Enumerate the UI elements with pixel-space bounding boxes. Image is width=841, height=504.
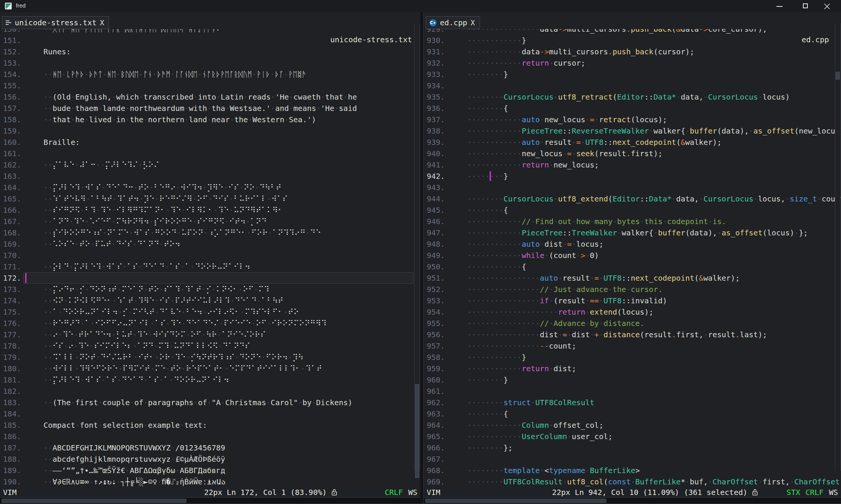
code-line[interactable]: 187.··ABCDEFGHIJKLMNOPQRSTUVWXYZ·/012345… bbox=[0, 442, 420, 453]
code-line[interactable]: 953.················if·(result·==·UTF8::… bbox=[424, 295, 841, 306]
horizontal-scrollbar-right[interactable] bbox=[424, 497, 841, 504]
code-line[interactable]: 958.············} bbox=[424, 352, 841, 363]
code-line[interactable]: 956.················dist·=·dist·+·distan… bbox=[424, 329, 841, 340]
code-line[interactable]: 176.··⠗⠑⠛⠜⠙·⠁·⠊⠕⠋⠋⠔⠤⠝⠁⠊⠇·⠁⠎·⠹⠑·⠙⠑⠁⠙⠑⠌·⠏⠊… bbox=[0, 318, 420, 329]
code-line[interactable]: 160.Braille: bbox=[0, 137, 420, 148]
horizontal-scrollbar-thumb[interactable] bbox=[2, 499, 186, 503]
code-line[interactable]: 157.··bude·thaem·lande·northweardum·with… bbox=[0, 103, 420, 114]
code-line[interactable]: 154.··ᚻᛖ·ᚳᚹᚫᚦ·ᚦᚫᛏ·ᚻᛖ·ᛒᚢᛞᛖ·ᚩᚾ·ᚦᚫᛗ·ᛚᚪᚾᛞᛖ·ᚾ… bbox=[0, 69, 420, 80]
code-line[interactable]: 968.········template·<typename·BufferLik… bbox=[424, 465, 841, 476]
code-line[interactable]: 952.················//·Just·advance·the·… bbox=[424, 284, 841, 295]
minimize-button[interactable] bbox=[771, 0, 788, 12]
code-line[interactable]: 163. bbox=[0, 171, 420, 182]
text-buffer-right[interactable]: 929.················data->multi_cursors.… bbox=[424, 12, 841, 487]
vertical-scrollbar-thumb[interactable] bbox=[836, 72, 840, 80]
pane-divider[interactable] bbox=[420, 12, 423, 504]
code-line[interactable]: 942.········} bbox=[424, 171, 841, 182]
code-line[interactable]: 941.············return·new_locus; bbox=[424, 159, 841, 171]
code-line[interactable]: 935.········CursorLocus·utf8_retract(Edi… bbox=[424, 91, 841, 103]
code-line[interactable]: 932.············return·cursor; bbox=[424, 57, 841, 69]
code-line[interactable]: 159. bbox=[0, 125, 420, 137]
code-line[interactable]: 955.················//·Advance·by·distan… bbox=[424, 318, 841, 329]
code-line[interactable]: 189.··–—‘“”„†•…‰™œŠŸž€·ΑΒΓΔΩαβγδω·АБВГДа… bbox=[0, 465, 420, 476]
tab-unicode-stress[interactable]: unicode-stress.txt X bbox=[2, 16, 109, 29]
code-line[interactable]: 964.············Column·offset_col; bbox=[424, 419, 841, 431]
code-line[interactable]: 181.··⡍⠜⠇⠑⠹·⠺⠁⠎·⠁⠎·⠙⠑⠁⠙·⠁⠎·⠁·⠙⠕⠕⠗⠤⠝⠁⠊⠇⠲ bbox=[0, 374, 420, 386]
code-line[interactable]: 161. bbox=[0, 148, 420, 159]
tab-close-icon[interactable]: X bbox=[100, 18, 104, 27]
code-line[interactable]: 939.············auto·result·=·UTF8::next… bbox=[424, 137, 841, 148]
code-line[interactable]: 937.············auto·new_locus·=·retract… bbox=[424, 114, 841, 125]
vertical-scrollbar-right[interactable] bbox=[835, 23, 841, 471]
code-line[interactable]: 170. bbox=[0, 250, 420, 261]
code-line[interactable]: 153. bbox=[0, 57, 420, 69]
code-line[interactable]: 949.············while·(count·>·0) bbox=[424, 250, 841, 261]
horizontal-scrollbar-thumb[interactable] bbox=[425, 499, 606, 503]
lock-icon[interactable] bbox=[331, 489, 337, 496]
code-line[interactable]: 938.············PieceTree::ReverseTreeWa… bbox=[424, 125, 841, 137]
code-line[interactable]: 963.········{ bbox=[424, 408, 841, 419]
horizontal-scrollbar-left[interactable] bbox=[0, 497, 420, 504]
vertical-scrollbar-left[interactable] bbox=[414, 23, 420, 471]
code-line[interactable]: 183.··(The·first·couple·of·paragraphs·of… bbox=[0, 397, 420, 408]
code-line[interactable]: 969.········UTF8ColResult·utf8_col(const… bbox=[424, 476, 841, 487]
text-buffer-left[interactable]: 150.··ᚷᛁᚠ᛫ᚻᛖ᛫ᚹᛁᛚᛖ᛫ᚠᚩᚱ᛫ᛞᚱᛁᚻᛏᚾᛖ᛫ᛞᚩᛗᛖᛋ᛫ᚻᛚᛇᛏ… bbox=[0, 12, 420, 487]
code-line[interactable]: 168.··⡎⠊⠗⠕⠕⠛⠑⠰⠎·⠝⠁⠍⠑·⠺⠁⠎·⠛⠕⠕⠙·⠥⠏⠕⠝·⠰⡡⠁⠝⠛… bbox=[0, 227, 420, 238]
code-line[interactable]: 177.··⠔·⠹⠑·⠞⠗⠁⠙⠑⠲·⡃⠥⠞·⠹⠑·⠺⠊⠎⠙⠕⠍·⠕⠋·⠳⠗·⠁⠝… bbox=[0, 329, 420, 340]
code-line[interactable]: 943. bbox=[424, 182, 841, 193]
code-line[interactable]: 951.················auto·result·=·UTF8::… bbox=[424, 272, 841, 284]
code-line[interactable]: 172. bbox=[0, 272, 420, 284]
code-line[interactable]: 184. bbox=[0, 408, 420, 419]
code-line[interactable]: 959.············return·dist; bbox=[424, 363, 841, 374]
code-line[interactable]: 167.··⠁⠝⠙·⠹⠑·⠡⠊⠑⠋·⠍⠳⠗⠝⠻⠲·⡎⠊⠗⠕⠕⠛⠑·⠎⠊⠛⠝⠫·⠊… bbox=[0, 216, 420, 227]
maximize-button[interactable] bbox=[797, 0, 815, 12]
code-line[interactable]: 962.········struct·UTF8ColResult bbox=[424, 397, 841, 408]
whitespace-dots: · bbox=[85, 217, 89, 226]
code-line[interactable]: 182. bbox=[0, 386, 420, 397]
code-line[interactable]: 945.········{ bbox=[424, 204, 841, 216]
code-line[interactable]: 175.··⠁·⠙⠕⠕⠗⠤⠝⠁⠊⠇⠲·⡊·⠍⠊⠣⠞·⠙⠁⠧⠑·⠃⠑⠲·⠔⠊⠇⠔⠫… bbox=[0, 306, 420, 318]
code-line[interactable]: 186. bbox=[0, 431, 420, 442]
code-line[interactable]: 185.Compact·font·selection·example·text: bbox=[0, 419, 420, 431]
code-line[interactable]: 169.··⠡⠕⠎⠑·⠞⠕·⠏⠥⠞·⠙⠊⠎·⠙⠁⠝⠙·⠞⠕⠲ bbox=[0, 238, 420, 250]
tab-ed-cpp[interactable]: C+ ed.cpp X bbox=[426, 16, 480, 29]
code-line[interactable]: 165.··⠱⠁⠞⠑⠧⠻·⠁⠃⠳⠞·⠹⠁⠞⠲·⡹⠑·⠗⠑⠛⠊⠌⠻·⠕⠋·⠙⠊⠎·… bbox=[0, 193, 420, 204]
code-line[interactable]: 944.········CursorLocus·utf8_extend(Edit… bbox=[424, 193, 841, 204]
code-line[interactable]: 179.··⠩⠁⠇⠇·⠝⠕⠞·⠙⠊⠌⠥⠗⠃·⠊⠞⠂·⠕⠗·⠹⠑·⡊⠳⠝⠞⠗⠹⠰⠎… bbox=[0, 352, 420, 363]
code-line[interactable]: 166.··⠎⠊⠛⠝⠫·⠃⠹·⠹⠑·⠊⠇⠻⠛⠹⠍⠁⠝⠂·⠹⠑·⠊⠇⠻⠅⠂·⠹⠑·… bbox=[0, 204, 420, 216]
code-line[interactable]: 965.············UserColumn·user_col; bbox=[424, 431, 841, 442]
code-line[interactable]: 947.············PieceTree::TreeWalker·wa… bbox=[424, 227, 841, 238]
code-line[interactable]: 966.········}; bbox=[424, 442, 841, 453]
tab-close-icon[interactable]: X bbox=[470, 18, 475, 27]
code-line[interactable]: 936.········{ bbox=[424, 103, 841, 114]
code-line[interactable]: 948.············auto·dist·=·locus; bbox=[424, 238, 841, 250]
code-line[interactable]: 164.··⡍⠜⠇⠑⠹·⠺⠁⠎·⠙⠑⠁⠙⠒·⠞⠕·⠃⠑⠛⠔·⠺⠊⠹⠲·⡹⠻⠑·⠊… bbox=[0, 182, 420, 193]
code-line[interactable]: 967. bbox=[424, 453, 841, 465]
code-line[interactable]: 957.················--count; bbox=[424, 340, 841, 352]
lock-icon[interactable] bbox=[752, 489, 758, 496]
code-line[interactable]: 158.··that·he·lived·in·the·northern·land… bbox=[0, 114, 420, 125]
code-line[interactable]: 940.············new_locus·=·seek(result.… bbox=[424, 148, 841, 159]
code-line[interactable]: 171.··⡕⠇⠙·⡍⠜⠇⠑⠹·⠺⠁⠎·⠁⠎·⠙⠑⠁⠙·⠁⠎·⠁·⠙⠕⠕⠗⠤⠝⠁… bbox=[0, 261, 420, 272]
code-line[interactable]: 155. bbox=[0, 80, 420, 91]
close-button[interactable] bbox=[818, 0, 836, 12]
code-line[interactable]: 930.············} bbox=[424, 35, 841, 46]
code-line[interactable]: 156.··(Old·English,·which·transcribed·in… bbox=[0, 91, 420, 103]
code-line[interactable]: 954.····················return·extend(lo… bbox=[424, 306, 841, 318]
code-line[interactable]: 931.············data->multi_cursors.push… bbox=[424, 46, 841, 57]
code-line[interactable]: 180.··⠺⠊⠇⠇·⠹⠻⠑⠋⠕⠗⠑·⠏⠻⠍⠊⠞·⠍⠑·⠞⠕·⠗⠑⠏⠑⠁⠞⠂·⠑… bbox=[0, 363, 420, 374]
code-line[interactable]: 946.············//·Find·out·how·many·byt… bbox=[424, 216, 841, 227]
vertical-scrollbar-thumb[interactable] bbox=[415, 384, 419, 478]
code-line[interactable]: 933.········} bbox=[424, 69, 841, 80]
code-line[interactable]: 173.··⡍⠔⠙⠖·⡊·⠙⠕⠝⠰⠞·⠍⠑⠁⠝·⠞⠕·⠎⠁⠹·⠹⠁⠞·⡊·⠅⠝⠪… bbox=[0, 284, 420, 295]
code-line[interactable]: 960.········} bbox=[424, 374, 841, 386]
code-line[interactable]: 188.··abcdefghijklmnopqrstuvwxyz·£©µÀÆÖÞ… bbox=[0, 453, 420, 465]
code-line[interactable]: 950.············{ bbox=[424, 261, 841, 272]
code-line[interactable]: 178.··⠊⠎·⠔·⠹⠑·⠎⠊⠍⠊⠇⠑⠆·⠁⠝⠙·⠍⠹·⠥⠝⠙⠁⠇⠇⠪⠫·⠙⠁… bbox=[0, 340, 420, 352]
code-line[interactable]: 162.··⡌⠁⠧⠑·⠼⠁⠒··⡍⠜⠇⠑⠹⠌·⡣⠕⠌ bbox=[0, 159, 420, 171]
code-line[interactable]: 934. bbox=[424, 80, 841, 91]
code-line[interactable]: 961. bbox=[424, 386, 841, 397]
code-line[interactable]: 190.··∀∂∈ℝ∧∪≡∞·↑↗↨↻⇣·┐┼╔╘░►☺♀·ﬁ�⑀₂ἠḂӥẄɐː… bbox=[0, 476, 420, 487]
code-line[interactable]: 152.Runes: bbox=[0, 46, 420, 57]
code-line[interactable]: 174.··⠪⠝·⠅⠝⠪⠇⠫⠛⠑⠂·⠱⠁⠞·⠹⠻⠑·⠊⠎·⠏⠜⠞⠊⠊⠥⠇⠜⠇⠹·… bbox=[0, 295, 420, 306]
